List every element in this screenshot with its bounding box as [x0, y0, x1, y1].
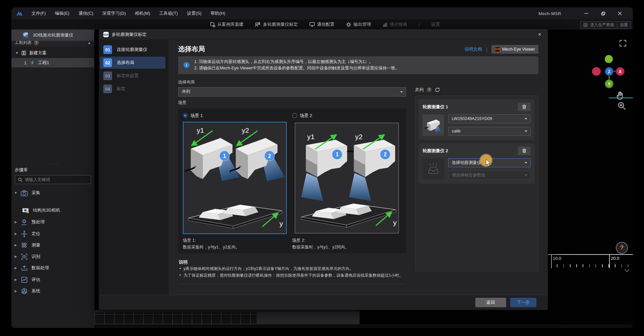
toolbar: 从案例库新建 多轮廓测量仪标定 通信配置: [11, 19, 633, 30]
svg-text:1: 1: [336, 152, 339, 157]
preprocess-gear-icon: [20, 219, 28, 226]
menu-communication[interactable]: 通信(C): [78, 10, 93, 16]
locate-icon: [21, 230, 28, 237]
group-locate[interactable]: ▶ 定位: [11, 228, 94, 239]
profiler1-param-select[interactable]: calib: [448, 127, 531, 136]
help-badge-icon[interactable]: ?: [427, 87, 432, 92]
group-system[interactable]: ▶ 系统: [11, 285, 94, 297]
group-capture[interactable]: ▼ 采集: [11, 187, 94, 199]
gizmo-red-dot[interactable]: [592, 67, 601, 76]
delete-profiler2-button[interactable]: [518, 147, 531, 155]
menu-edit[interactable]: 编辑(E): [55, 10, 69, 16]
pan-hand-icon[interactable]: [616, 90, 625, 100]
radio-unselected-icon[interactable]: [292, 113, 297, 118]
mech-eye-viewer-button[interactable]: EYE Mech-Eye Viewer: [491, 45, 538, 54]
notes-title: 说明: [179, 259, 406, 265]
svg-text:X: X: [619, 69, 622, 74]
profiler-group-panel: 轮廓测量仪 1: [415, 96, 538, 271]
scene-panel: 场景 1 场景 2: [178, 108, 406, 253]
group-preprocess[interactable]: ▶ 预处理: [11, 216, 94, 228]
wizard-steps: 01 连接轮廓测量仪 02 选择布局 03 标定块设置 04 标定: [99, 40, 169, 295]
back-button[interactable]: 返回: [475, 298, 506, 307]
profiler2-param-select: 请选择标定参数组: [448, 171, 531, 180]
collapse-up-icon[interactable]: ▲: [88, 41, 91, 45]
group-measure[interactable]: ▶ 测量: [11, 239, 94, 251]
scene2-illustration[interactable]: 1 y1: [295, 123, 399, 233]
caret-down-icon[interactable]: ▼: [15, 51, 18, 55]
item-laser-profiler[interactable]: 3D线激光轮廓测量仪: [11, 30, 94, 41]
window-title: Mech-MSR: [539, 11, 561, 16]
scene1-illustration[interactable]: 1 y1: [183, 122, 287, 234]
step-search-box[interactable]: [15, 175, 91, 184]
group-recognize[interactable]: ▶ 识别: [11, 251, 94, 262]
stats-report-button[interactable]: 统计报表: [382, 21, 407, 27]
info-line: 1. 沿物体运动方向面对感测头，从左到右为感测头升序编号，以最左侧感测头为主（编…: [194, 59, 399, 65]
step-calibrate[interactable]: 04 标定: [100, 83, 165, 95]
scene2-caption: 数据采集时，y与y1、y2同向。: [292, 244, 401, 250]
group-evaluate[interactable]: ▶ 评估: [11, 274, 94, 285]
titlebar: 文件(F) 编辑(E) 通信(C) 深度学习(D) 相机(M) 工具箱(T) 设…: [11, 7, 633, 19]
expand-viewport-icon[interactable]: [619, 39, 627, 47]
monitor-icon: [309, 22, 315, 27]
close-icon[interactable]: ×: [536, 32, 544, 38]
delete-profiler1-button[interactable]: [518, 103, 531, 111]
menu-file[interactable]: 文件(F): [32, 10, 46, 16]
structured-camera-icon: [22, 207, 30, 214]
enter-production-button[interactable]: 进入生产界面 | 设置: [580, 21, 631, 29]
gizmo-green-dot[interactable]: [605, 55, 613, 63]
toolbar-tabs: 从案例库新建 多轮廓测量仪标定 通信配置: [210, 19, 440, 30]
close-window-button[interactable]: [615, 9, 625, 17]
menu-bar: 文件(F) 编辑(E) 通信(C) 深度学习(D) 相机(M) 工具箱(T) 设…: [32, 10, 225, 16]
scene2-radio[interactable]: 场景 2: [292, 113, 401, 119]
new-from-case-button[interactable]: 从案例库新建: [210, 21, 244, 27]
output-management-button[interactable]: 输出管理: [346, 21, 371, 27]
step-connect[interactable]: 01 连接轮廓测量仪: [100, 44, 165, 56]
project-tree-item[interactable]: 1 工程1: [11, 58, 94, 67]
search-input[interactable]: [25, 177, 88, 182]
step-calib-block[interactable]: 03 标定块设置: [100, 70, 165, 82]
chevron-down-icon[interactable]: [624, 269, 630, 273]
item-structured-camera[interactable]: 结构光3D相机: [11, 205, 94, 216]
layout-select[interactable]: 并列: [178, 87, 406, 97]
minimize-button[interactable]: [581, 9, 591, 17]
next-button[interactable]: 下一步: [510, 298, 536, 307]
menu-deep-learning[interactable]: 深度学习(D): [102, 10, 126, 16]
profiler-calibration-button[interactable]: 多轮廓测量仪标定: [255, 21, 298, 27]
comm-config-button[interactable]: 通信配置: [309, 21, 334, 27]
profiler1-device-select[interactable]: LW150249A215YD09: [448, 114, 531, 123]
scene1-radio[interactable]: 场景 1: [183, 113, 292, 119]
info-icon: i: [183, 62, 190, 68]
app-window: 文件(F) 编辑(E) 通信(C) 深度学习(D) 相机(M) 工具箱(T) 设…: [11, 7, 633, 328]
viewport-ruler: 10.0 20.0: [547, 254, 633, 268]
mech-eye-logo-icon: EYE: [495, 47, 500, 52]
menu-help[interactable]: 帮助(H): [211, 10, 225, 16]
solution-tree-item[interactable]: ▼ 新建方案: [11, 48, 94, 58]
menu-settings[interactable]: 设置(S): [187, 10, 201, 16]
zoom-in-icon[interactable]: [617, 101, 627, 111]
group-data-process[interactable]: ▶ 数据处理: [11, 262, 94, 274]
profiler1-title: 轮廓测量仪 1: [423, 104, 448, 110]
step-layout[interactable]: 02 选择布局: [100, 57, 165, 69]
inbox-icon: [425, 161, 441, 177]
notes-section: 说明 y表示物体相对感测头的运行方向；y1和y2表示设备Y轴方向，为激光发射器至…: [178, 257, 406, 284]
radio-selected-icon[interactable]: [183, 113, 188, 118]
laser-profiler-icon: [21, 31, 30, 39]
panel-resize-handle[interactable]: ······: [11, 162, 94, 166]
node-graph-panel[interactable]: [95, 312, 257, 324]
restore-button[interactable]: [598, 9, 608, 17]
menu-camera[interactable]: 相机(M): [135, 10, 150, 16]
viewport-help-button[interactable]: ?: [616, 242, 628, 254]
profiler2-title: 轮廓测量仪 2: [423, 148, 448, 154]
window-controls: [581, 9, 625, 17]
doc-link[interactable]: 说明文档: [465, 46, 482, 52]
production-settings-button[interactable]: 设置: [620, 22, 628, 28]
svg-text:y2: y2: [242, 126, 249, 134]
profiler2-thumbnail-empty: [423, 158, 444, 180]
toolbar-settings-button[interactable]: 设置: [431, 21, 440, 27]
sidebar: 工程资源 < 工程列表 ? ▲ ▼ 新建方案 1 工程1 ······ 步骤库: [11, 30, 95, 328]
refresh-icon[interactable]: [435, 87, 440, 93]
axis-gizmo[interactable]: Z X Y: [586, 49, 631, 89]
info-line: 2. 请确保已在Mech-Eye Viewer中完成所选设备的参数配置。同组中设…: [194, 65, 399, 71]
menu-toolbox[interactable]: 工具箱(T): [159, 10, 178, 16]
mouse-cursor: [485, 159, 491, 167]
